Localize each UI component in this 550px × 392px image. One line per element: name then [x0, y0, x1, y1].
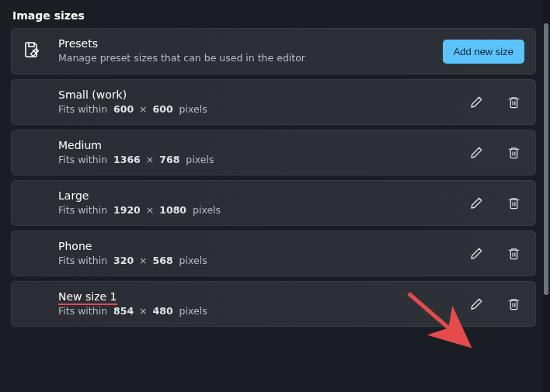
size-row: Small (work)Fits within 600 × 600 pixels [11, 79, 536, 125]
size-name: Phone [58, 239, 468, 254]
presets-title: Presets [58, 36, 443, 51]
size-dimensions: Fits within 320 × 568 pixels [58, 254, 468, 268]
size-name: Large [58, 189, 468, 203]
edit-icon[interactable] [468, 196, 484, 211]
presets-icon [23, 40, 41, 62]
size-dimensions: Fits within 854 × 480 pixels [58, 304, 468, 318]
edit-icon[interactable] [468, 145, 484, 161]
section-title: Image sizes [12, 9, 536, 22]
size-name: New size 1 [58, 290, 468, 304]
edit-icon[interactable] [468, 246, 484, 262]
size-row: MediumFits within 1366 × 768 pixels [11, 130, 536, 175]
size-row: LargeFits within 1920 × 1080 pixels [11, 180, 536, 226]
edit-icon[interactable] [468, 95, 484, 110]
scrollbar-track[interactable] [542, 0, 550, 392]
delete-icon[interactable] [506, 246, 521, 262]
delete-icon[interactable] [506, 297, 521, 312]
delete-icon[interactable] [506, 196, 521, 211]
presets-subtitle: Manage preset sizes that can be used in … [58, 51, 443, 65]
size-row: New size 1Fits within 854 × 480 pixels [11, 281, 536, 327]
edit-icon[interactable] [468, 297, 484, 312]
presets-header-row: Presets Manage preset sizes that can be … [11, 28, 536, 75]
delete-icon[interactable] [506, 95, 521, 110]
size-name: Small (work) [58, 88, 468, 102]
size-dimensions: Fits within 600 × 600 pixels [58, 102, 468, 116]
size-dimensions: Fits within 1366 × 768 pixels [58, 153, 468, 167]
size-row: PhoneFits within 320 × 568 pixels [11, 231, 536, 276]
scrollbar-thumb[interactable] [544, 23, 548, 295]
size-name: Medium [58, 138, 468, 153]
size-dimensions: Fits within 1920 × 1080 pixels [58, 203, 468, 217]
delete-icon[interactable] [506, 145, 521, 161]
add-new-size-button[interactable]: Add new size [443, 40, 524, 64]
